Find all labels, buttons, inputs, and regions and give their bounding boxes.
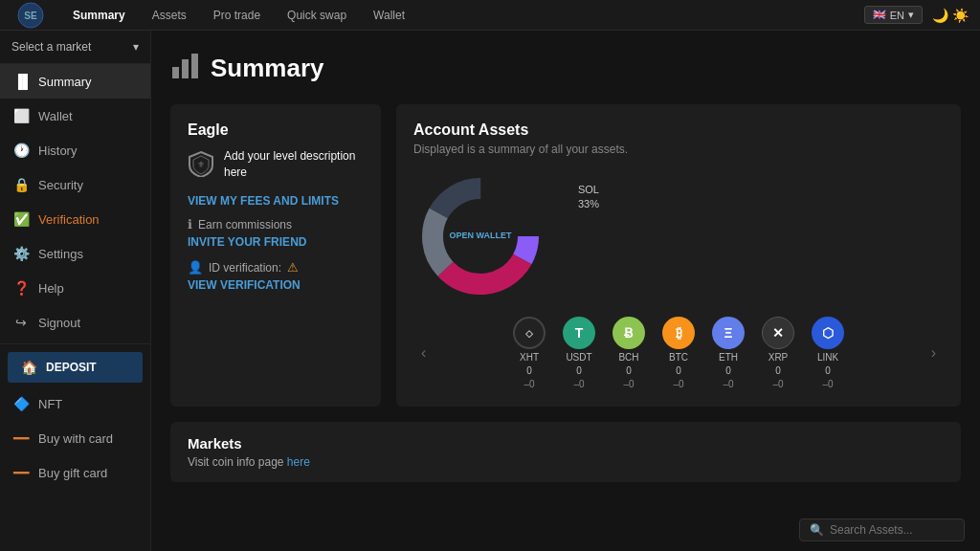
sidebar-label-deposit: DEPOSIT — [46, 361, 97, 374]
markets-section: Markets Visit coin info page here — [170, 422, 961, 482]
sidebar-item-history[interactable]: 🕐 History — [0, 133, 150, 167]
usdt-symbol: USDT — [566, 352, 591, 363]
usdt-change: –0 — [573, 379, 584, 389]
bch-value: 0 — [626, 365, 632, 376]
coin-bch[interactable]: Ƀ BCH 0 –0 — [612, 317, 645, 389]
bch-symbol: BCH — [618, 352, 638, 363]
invite-friend-link[interactable]: INVITE YOUR FRIEND — [188, 235, 364, 249]
btc-value: 0 — [676, 365, 681, 376]
search-assets-bar: 🔍 — [799, 518, 965, 541]
view-verification-link[interactable]: VIEW VERIFICATION — [188, 278, 364, 292]
markets-title: Markets — [188, 435, 944, 452]
markets-subtitle: Visit coin info page here — [188, 455, 944, 469]
eagle-desc: Add your level description here — [224, 148, 364, 181]
sidebar-label-buy-card: Buy with card — [38, 431, 113, 446]
open-wallet-button[interactable]: OPEN WALLET — [450, 231, 512, 242]
lang-label: EN — [890, 10, 904, 21]
xht-value: 0 — [526, 365, 532, 376]
market-select[interactable]: Select a market ▾ — [0, 31, 150, 64]
sidebar-item-nft[interactable]: 🔷 NFT — [0, 386, 150, 421]
btc-symbol: BTC — [669, 352, 688, 363]
sidebar-item-signout[interactable]: ↪ Signout — [0, 305, 150, 340]
link-change: –0 — [822, 379, 833, 389]
sidebar-label-gift-card: Buy gift card — [38, 466, 107, 480]
cards-row: Eagle ⚜ Add your level description here … — [170, 104, 961, 407]
xht-change: –0 — [523, 379, 534, 389]
sidebar-item-gift-card[interactable]: ━━ Buy gift card — [0, 455, 150, 490]
xrp-icon: ✕ — [762, 317, 794, 349]
info-icon: ℹ — [188, 217, 192, 231]
search-assets-input[interactable] — [830, 523, 954, 537]
sidebar-item-settings[interactable]: ⚙️ Settings — [0, 236, 150, 271]
gift-card-icon: ━━ — [13, 465, 29, 480]
nav-wallet[interactable]: Wallet — [369, 9, 409, 22]
warning-icon: ⚠ — [287, 260, 299, 275]
flag-icon: 🇬🇧 — [873, 9, 886, 21]
wallet-icon: ⬜ — [13, 108, 29, 123]
btc-icon: ₿ — [662, 317, 695, 349]
nav-links: Summary Assets Pro trade Quick swap Wall… — [69, 9, 845, 22]
sidebar: Select a market ▾ ▐▌ Summary ⬜ Wallet 🕐 … — [0, 31, 151, 551]
lock-icon: 🔒 — [13, 177, 29, 192]
xht-icon: ◇ — [513, 317, 546, 349]
sidebar-label-settings: Settings — [38, 247, 83, 261]
eagle-id-row: 👤 ID verification: ⚠ — [188, 260, 364, 275]
sidebar-item-summary[interactable]: ▐▌ Summary — [0, 64, 150, 99]
coin-link[interactable]: ⬡ LINK 0 –0 — [812, 317, 844, 389]
bch-change: –0 — [623, 379, 634, 389]
coin-xht[interactable]: ◇ XHT 0 –0 — [513, 317, 546, 389]
nft-icon: 🔷 — [13, 396, 29, 411]
sidebar-label-security: Security — [38, 178, 83, 192]
chevron-down-icon: ▾ — [133, 40, 139, 54]
coin-btc[interactable]: ₿ BTC 0 –0 — [662, 317, 695, 389]
xrp-value: 0 — [775, 365, 781, 376]
main-body: Select a market ▾ ▐▌ Summary ⬜ Wallet 🕐 … — [0, 31, 980, 551]
coin-usdt[interactable]: T USDT 0 –0 — [563, 317, 595, 389]
btc-change: –0 — [673, 379, 683, 389]
page-title-text: Summary — [211, 54, 324, 83]
sol-label: SOL 33% — [578, 183, 599, 212]
language-button[interactable]: 🇬🇧 EN ▾ — [864, 6, 923, 24]
logo[interactable]: SE — [11, 2, 50, 29]
xrp-symbol: XRP — [768, 352, 789, 363]
earn-label: Earn commissions — [198, 218, 292, 231]
usdt-icon: T — [563, 317, 595, 349]
nav-assets[interactable]: Assets — [148, 9, 190, 22]
sidebar-item-deposit[interactable]: 🏠 DEPOSIT — [8, 352, 143, 383]
link-symbol: LINK — [817, 352, 838, 363]
coins-strip: ‹ ◇ XHT 0 –0 T USDT 0 –0 — [413, 317, 944, 389]
xht-symbol: XHT — [520, 352, 539, 363]
coins-list: ◇ XHT 0 –0 T USDT 0 –0 Ƀ — [434, 317, 923, 389]
assets-content: OPEN WALLET SOL 33% — [413, 169, 944, 303]
market-select-label: Select a market — [11, 40, 91, 54]
nav-summary[interactable]: Summary — [69, 9, 129, 22]
assets-subtitle: Displayed is a summary of all your asset… — [413, 143, 944, 156]
signout-icon: ↪ — [13, 315, 29, 330]
gear-icon: ⚙️ — [13, 246, 29, 261]
coins-prev-button[interactable]: ‹ — [413, 344, 434, 362]
svg-text:SE: SE — [24, 11, 37, 21]
eagle-earn-row: ℹ Earn commissions — [188, 217, 364, 231]
coins-next-button[interactable]: › — [924, 344, 944, 362]
sidebar-item-buy-card[interactable]: ━━ Buy with card — [0, 421, 150, 455]
topnav: SE Summary Assets Pro trade Quick swap W… — [0, 0, 980, 31]
eagle-title: Eagle — [188, 121, 364, 139]
theme-toggle[interactable]: 🌙 ☀️ — [932, 8, 969, 23]
link-value: 0 — [825, 365, 831, 376]
sidebar-item-help[interactable]: ❓ Help — [0, 271, 150, 305]
assets-card: Account Assets Displayed is a summary of… — [396, 104, 961, 407]
coin-eth[interactable]: Ξ ETH 0 –0 — [712, 317, 745, 389]
fees-limits-link[interactable]: VIEW MY FEES AND LIMITS — [188, 194, 364, 208]
nav-quick-swap[interactable]: Quick swap — [283, 9, 350, 22]
sidebar-item-verification[interactable]: ✅ Verification — [0, 202, 150, 236]
deposit-icon: 🏠 — [21, 360, 36, 375]
nav-pro-trade[interactable]: Pro trade — [210, 9, 264, 22]
coin-xrp[interactable]: ✕ XRP 0 –0 — [762, 317, 794, 389]
page-title-row: Summary — [170, 50, 961, 87]
eagle-card: Eagle ⚜ Add your level description here … — [170, 104, 381, 407]
eth-value: 0 — [725, 365, 731, 376]
sidebar-item-wallet[interactable]: ⬜ Wallet — [0, 99, 150, 133]
sidebar-item-security[interactable]: 🔒 Security — [0, 167, 150, 202]
svg-text:⚜: ⚜ — [197, 160, 205, 169]
coin-info-link[interactable]: here — [287, 455, 310, 469]
